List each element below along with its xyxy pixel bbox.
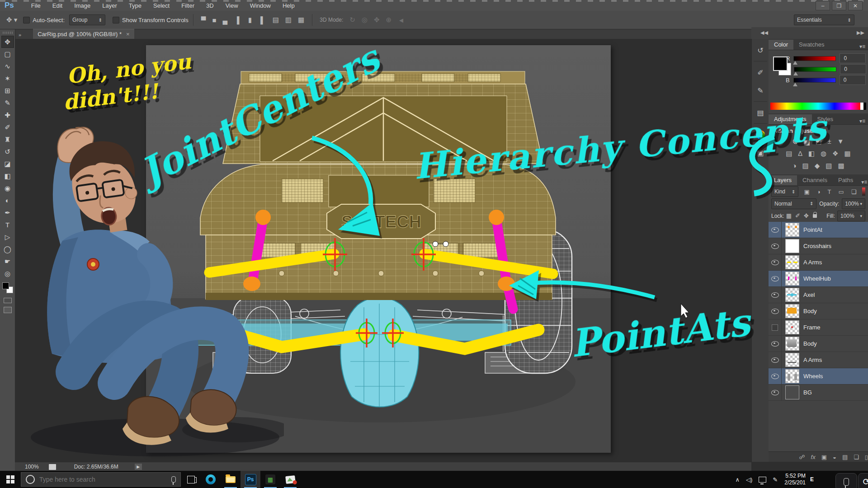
tray-language-indicator[interactable]: E [810, 476, 814, 483]
tool-presets-panel-icon[interactable]: ✐ [755, 66, 766, 78]
eyedropper-tool[interactable]: ✎ [1, 97, 14, 109]
libraries-panel-icon[interactable]: ▤ [755, 107, 766, 118]
exposure-icon[interactable]: ± [828, 137, 831, 145]
visibility-toggle[interactable] [769, 319, 782, 335]
layer-mask-icon[interactable]: ▣ [821, 454, 827, 460]
visibility-toggle[interactable] [769, 385, 782, 400]
color-wheel-panel-icon[interactable] [755, 129, 766, 141]
visibility-toggle[interactable] [769, 287, 782, 303]
pen-icon[interactable]: ✎ [773, 476, 778, 483]
curves-icon[interactable]: ◩ [815, 137, 821, 145]
align-top-icon[interactable]: ▀ [201, 16, 206, 24]
kind-dropdown[interactable]: Kind⇕ [771, 186, 798, 197]
menu-3d[interactable]: 3D [206, 2, 214, 9]
task-view-button[interactable] [181, 471, 201, 488]
photo-filter-icon[interactable]: ◍ [821, 150, 826, 158]
delete-layer-icon[interactable]: ▯ [865, 454, 868, 460]
restore-button[interactable]: ❐ [832, 1, 846, 10]
collapse-dock-icon[interactable]: ◀◀ [760, 30, 768, 36]
gradient-tool[interactable]: ◧ [1, 170, 14, 182]
visibility-toggle[interactable] [769, 352, 782, 368]
history-panel-icon[interactable]: ↺ [755, 44, 766, 56]
layer-thumbnail[interactable] [785, 369, 799, 383]
mic-overlay-button[interactable] [835, 473, 857, 488]
menu-image[interactable]: Image [74, 2, 90, 9]
marquee-tool[interactable]: ▢ [1, 48, 14, 60]
tray-chevron-icon[interactable]: ∧ [736, 476, 740, 483]
lock-all-icon[interactable] [813, 214, 817, 218]
layer-row-bg[interactable]: BG [769, 385, 868, 401]
start-button[interactable] [0, 471, 21, 488]
tab-layers[interactable]: Layers [769, 175, 797, 185]
brush-tool[interactable]: ✐ [1, 121, 14, 133]
filter-smart-object-icon[interactable]: ❏ [851, 188, 857, 195]
healing-brush-tool[interactable]: ✚ [1, 109, 14, 121]
r-slider[interactable] [793, 56, 836, 61]
b-slider[interactable] [793, 78, 836, 83]
new-layer-icon[interactable]: ❏ [854, 454, 859, 460]
filter-toggle[interactable] [862, 188, 865, 196]
close-button[interactable]: ✕ [848, 1, 863, 10]
brightness-contrast-icon[interactable]: ❂ [793, 137, 798, 145]
lock-position-icon[interactable]: ✥ [804, 212, 809, 219]
layer-row-body-orange[interactable]: Body [769, 303, 868, 319]
layer-row-a-arms-bottom[interactable]: A Arms [769, 352, 868, 368]
r-value[interactable]: 0 [840, 53, 866, 63]
visibility-toggle[interactable] [769, 368, 782, 384]
lock-transparent-icon[interactable]: ▦ [786, 212, 792, 219]
minimize-button[interactable]: – [816, 1, 830, 10]
lasso-tool[interactable]: ∿ [1, 60, 14, 72]
gradient-map-icon[interactable]: ▩ [838, 162, 844, 170]
volume-icon[interactable]: ◁) [746, 476, 752, 483]
color-swatches-widget[interactable] [2, 282, 13, 293]
screen-mode-button[interactable] [4, 307, 12, 313]
visibility-toggle[interactable] [769, 254, 782, 270]
tab-channels[interactable]: Channels [797, 175, 833, 185]
filter-adjustment-icon[interactable]: ◑ [817, 188, 821, 195]
align-left-icon[interactable]: ▌ [237, 16, 242, 24]
tab-swatches[interactable]: Swatches [793, 40, 830, 50]
visibility-toggle[interactable] [769, 238, 782, 254]
magic-wand-tool[interactable]: ✶ [1, 72, 14, 84]
workspace-selector[interactable]: Essentials⇕ [794, 14, 854, 25]
layer-thumbnail[interactable] [785, 385, 799, 399]
invert-icon[interactable]: ◑ [792, 162, 796, 169]
channel-mixer-icon[interactable]: ❖ [832, 150, 838, 158]
color-balance-icon[interactable]: ∆ [798, 150, 802, 157]
layer-row-pointat[interactable]: PointAt [769, 222, 868, 238]
3d-slide-icon[interactable]: ⊕ [386, 16, 392, 24]
menu-help[interactable]: Help [283, 2, 295, 9]
layer-row-wheels[interactable]: Wheels [769, 368, 868, 385]
pen-tool[interactable]: ✒ [1, 206, 14, 219]
selective-color-icon[interactable]: ▧ [826, 162, 832, 170]
clone-stamp-tool[interactable]: ♜ [1, 133, 14, 145]
layer-thumbnail[interactable] [785, 320, 799, 334]
history-brush-tool[interactable]: ↺ [1, 145, 14, 158]
taskbar-app-photoshop[interactable]: Ps [241, 471, 260, 488]
tab-color[interactable]: Color [769, 40, 793, 50]
b-value[interactable]: 0 [840, 75, 866, 85]
layer-row-frame[interactable]: Frame [769, 319, 868, 336]
menu-layer[interactable]: Layer [102, 2, 117, 9]
distribute-icon[interactable]: ▦ [298, 16, 304, 24]
menu-view[interactable]: View [226, 2, 238, 9]
3d-panel-icon[interactable]: ▣ [755, 147, 766, 159]
filter-type-icon[interactable]: T [828, 188, 831, 195]
layer-row-axel[interactable]: Axel [769, 287, 868, 303]
layer-thumbnail[interactable] [785, 304, 799, 318]
taskbar-search[interactable] [21, 472, 181, 487]
distribute-h-icon[interactable]: ▥ [285, 16, 292, 24]
hand-tool[interactable]: ☛ [1, 255, 14, 267]
new-adjustment-icon[interactable]: ◒ [833, 454, 836, 460]
visibility-toggle[interactable] [769, 271, 782, 286]
layer-thumbnail[interactable] [785, 239, 799, 253]
3d-roll-icon[interactable]: ◎ [362, 16, 368, 24]
filter-pixel-icon[interactable]: ▣ [804, 188, 809, 195]
align-right-icon[interactable]: ▐ [258, 16, 263, 24]
vibrance-icon[interactable]: ▼ [837, 137, 844, 145]
layer-row-body-gray[interactable]: Body [769, 336, 868, 352]
search-input[interactable] [38, 475, 149, 483]
document-tab[interactable]: CarRig.psd @ 100% (RGB/8#) * × [33, 29, 134, 39]
panel-menu-icon[interactable]: ▾≡ [857, 118, 868, 124]
layer-row-crosshairs[interactable]: Crosshairs [769, 238, 868, 254]
